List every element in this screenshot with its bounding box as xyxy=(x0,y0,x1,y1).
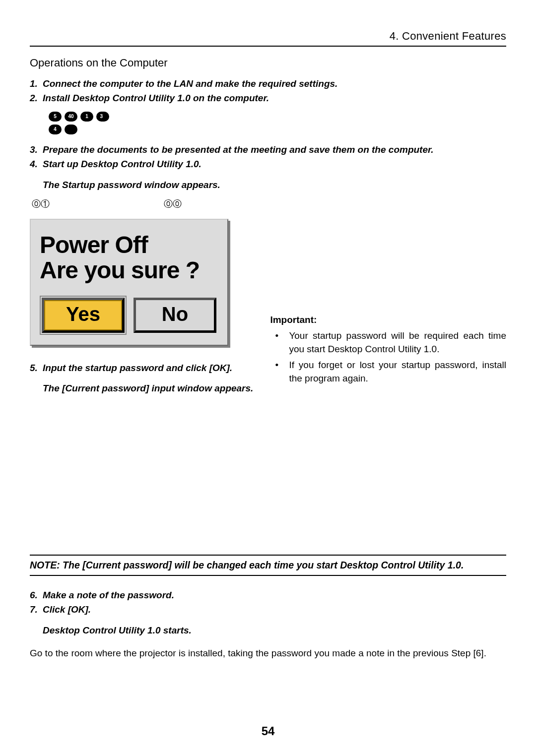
yes-button[interactable]: Yes xyxy=(42,298,125,333)
page-number: 54 xyxy=(0,724,536,738)
divider xyxy=(30,575,506,576)
step-text: Connect the computer to the LAN and make… xyxy=(43,78,337,89)
important-bullet-2: If you forget or lost your startup passw… xyxy=(275,358,506,385)
divider xyxy=(30,555,506,556)
step-5-sub: The [Current password] input window appe… xyxy=(30,381,253,395)
step-text: Make a note of the password. xyxy=(43,590,174,600)
step-number: 7. xyxy=(30,602,43,617)
step-text: Click [OK]. xyxy=(43,604,91,615)
steps-list-1b: 3.Prepare the documents to be presented … xyxy=(30,142,506,172)
bubble-icon: 5 xyxy=(49,112,62,122)
marker-icon: ⓪① xyxy=(32,198,50,210)
important-bullets: Your startup password will be required e… xyxy=(270,329,506,385)
step-text: Prepare the documents to be presented at… xyxy=(43,144,434,155)
step-text: Start up Desktop Control Utility 1.0. xyxy=(43,159,201,169)
step-number: 5. xyxy=(30,361,43,375)
yes-button-label: Yes xyxy=(66,303,100,325)
step-number: 3. xyxy=(30,142,43,157)
step-text: Input the startup password and click [OK… xyxy=(43,363,232,373)
reference-bubbles: 5 40 1 3 4 xyxy=(49,112,506,134)
no-button[interactable]: No xyxy=(134,298,216,333)
step-4-sub: The Startup password window appears. xyxy=(30,178,506,192)
step-7-sub: Desktop Control Utility 1.0 starts. xyxy=(30,623,506,637)
step-1: 1.Connect the computer to the LAN and ma… xyxy=(30,76,506,91)
power-off-dialog: Power Off Are you sure ? Yes No xyxy=(30,219,228,346)
bubble-icon: 40 xyxy=(65,112,77,122)
step-2: 2.Install Desktop Control Utility 1.0 on… xyxy=(30,91,506,105)
no-button-label: No xyxy=(162,303,188,325)
bubble-icon: 3 xyxy=(96,112,109,122)
step-3: 3.Prepare the documents to be presented … xyxy=(30,142,506,157)
dialog-title: Power Off Are you sure ? xyxy=(40,233,216,283)
step-6: 6.Make a note of the password. xyxy=(30,588,506,602)
note-block: NOTE: The [Current password] will be cha… xyxy=(30,555,506,576)
step-number: 6. xyxy=(30,588,43,602)
note-text: NOTE: The [Current password] will be cha… xyxy=(30,559,506,572)
step-7: 7.Click [OK]. xyxy=(30,602,506,617)
steps-list-3: 6.Make a note of the password. 7.Click [… xyxy=(30,588,506,617)
dialog-and-notes: Power Off Are you sure ? Yes No 5.Input … xyxy=(30,219,506,396)
chapter-header: 4. Convenient Features xyxy=(30,30,506,47)
marker-icon: ⓪⓪ xyxy=(164,198,182,210)
important-heading: Important: xyxy=(270,313,506,327)
bubble-icon: 1 xyxy=(80,112,93,122)
step-5-block: 5.Input the startup password and click [… xyxy=(30,361,253,396)
step-number: 2. xyxy=(30,91,43,105)
important-bullet-1: Your startup password will be required e… xyxy=(275,329,506,356)
bubble-row-2: 4 xyxy=(49,125,506,134)
dialog-buttons-row: Yes No xyxy=(39,298,219,333)
bubble-icon: 4 xyxy=(49,125,62,134)
bubble-row-1: 5 40 1 3 xyxy=(49,112,506,122)
step-text: Install Desktop Control Utility 1.0 on t… xyxy=(43,93,269,103)
section-title: Operations on the Computer xyxy=(30,57,506,69)
step-number: 1. xyxy=(30,76,43,91)
bubble-icon xyxy=(65,125,77,134)
closing-paragraph: Go to the room where the projector is in… xyxy=(30,646,506,661)
steps-list-2: 5.Input the startup password and click [… xyxy=(30,361,253,375)
important-column: Important: Your startup password will be… xyxy=(270,219,506,387)
chapter-title: 4. Convenient Features xyxy=(390,30,506,42)
circle-markers: ⓪① ⓪⓪ xyxy=(32,198,506,210)
step-number: 4. xyxy=(30,157,43,171)
page-root: 4. Convenient Features Operations on the… xyxy=(0,0,536,756)
steps-list-1: 1.Connect the computer to the LAN and ma… xyxy=(30,76,506,106)
step-4: 4.Start up Desktop Control Utility 1.0. xyxy=(30,157,506,171)
step-5: 5.Input the startup password and click [… xyxy=(30,361,253,375)
